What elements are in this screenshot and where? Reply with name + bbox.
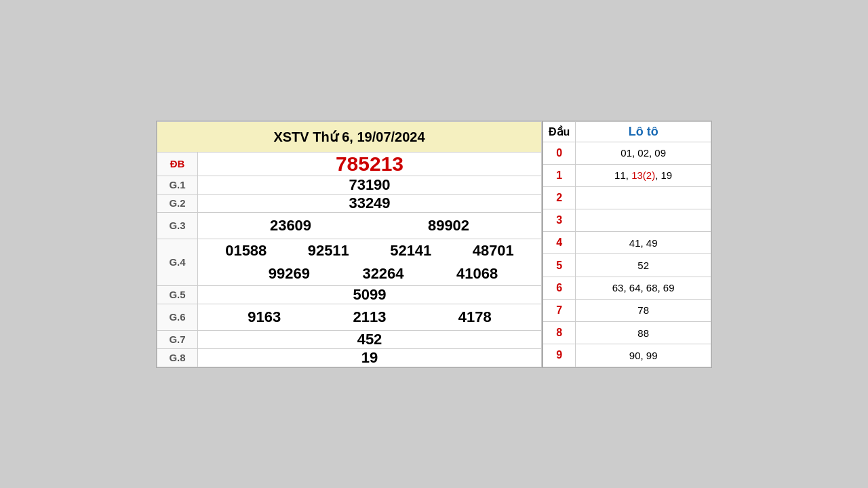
loto-value: 01, 02, 09 (576, 142, 711, 164)
dau-value: 1 (542, 164, 576, 186)
prize-label: G.2 (157, 194, 198, 212)
loto-value (576, 209, 711, 232)
prize-value: 19 (198, 348, 542, 367)
dau-value: 0 (542, 142, 576, 164)
lottery-table: XSTV Thứ 6, 19/07/2024 ĐB785213G.173190G… (157, 121, 542, 367)
main-container: XSTV Thứ 6, 19/07/2024 ĐB785213G.173190G… (156, 121, 712, 368)
loto-value: 88 (576, 322, 711, 344)
prize-label: ĐB (157, 152, 198, 176)
dau-value: 5 (542, 254, 576, 277)
loto-value: 78 (576, 299, 711, 321)
dau-value: 2 (542, 186, 576, 209)
table-row: G.6916321134178 (157, 304, 542, 330)
table-row: G.401588925115214148701992693226441068 (157, 239, 542, 285)
loto-table: Đầu Lô tô 001, 02, 09111, 13(2), 1923441… (542, 121, 711, 367)
loto-value: 90, 99 (576, 344, 711, 367)
table-row: G.233249 (157, 194, 542, 212)
prize-label: G.7 (157, 330, 198, 348)
loto-value: 11, 13(2), 19 (576, 164, 711, 186)
loto-row: 990, 99 (542, 344, 711, 367)
table-row: G.55099 (157, 285, 542, 304)
prize-label: G.5 (157, 285, 198, 304)
dau-value: 7 (542, 299, 576, 321)
loto-header: Lô tô (576, 121, 711, 142)
loto-row: 552 (542, 254, 711, 277)
dau-value: 4 (542, 232, 576, 254)
loto-row: 888 (542, 322, 711, 344)
prize-value: 916321134178 (198, 304, 542, 330)
prize-label: G.4 (157, 239, 198, 285)
loto-value: 63, 64, 68, 69 (576, 277, 711, 299)
prize-value: 33249 (198, 194, 542, 212)
loto-row: 111, 13(2), 19 (542, 164, 711, 186)
prize-value: 2360989902 (198, 212, 542, 239)
prize-value: 452 (198, 330, 542, 348)
loto-row: 3 (542, 209, 711, 232)
prize-label: G.8 (157, 348, 198, 367)
table-row: G.7452 (157, 330, 542, 348)
prize-value: 01588925115214148701992693226441068 (198, 239, 542, 285)
prize-value: 73190 (198, 176, 542, 194)
dau-value: 6 (542, 277, 576, 299)
loto-row: 441, 49 (542, 232, 711, 254)
loto-row: 2 (542, 186, 711, 209)
prize-label: G.6 (157, 304, 198, 330)
prize-label: G.3 (157, 212, 198, 239)
table-title: XSTV Thứ 6, 19/07/2024 (157, 121, 542, 152)
dau-value: 9 (542, 344, 576, 367)
table-row: G.173190 (157, 176, 542, 194)
prize-label: G.1 (157, 176, 198, 194)
prize-value: 5099 (198, 285, 542, 304)
loto-value (576, 186, 711, 209)
dau-value: 8 (542, 322, 576, 344)
table-row: G.819 (157, 348, 542, 367)
table-row: G.32360989902 (157, 212, 542, 239)
loto-value: 52 (576, 254, 711, 277)
table-row: ĐB785213 (157, 152, 542, 176)
dau-header: Đầu (542, 121, 576, 142)
loto-value: 41, 49 (576, 232, 711, 254)
loto-row: 001, 02, 09 (542, 142, 711, 164)
loto-row: 778 (542, 299, 711, 321)
dau-value: 3 (542, 209, 576, 232)
loto-row: 663, 64, 68, 69 (542, 277, 711, 299)
prize-value: 785213 (198, 152, 542, 176)
